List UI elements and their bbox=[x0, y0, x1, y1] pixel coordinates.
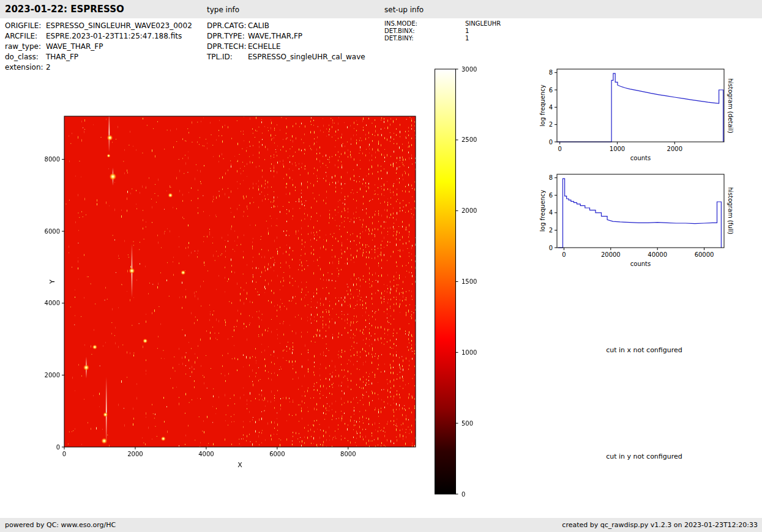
raw-frame-ylabel: Y bbox=[48, 116, 56, 447]
det-biny-value: 1 bbox=[465, 35, 469, 42]
dpr-tech-row: DPR.TECH: ECHELLE bbox=[207, 43, 365, 51]
svg-text:1500: 1500 bbox=[461, 278, 477, 285]
svg-text:0: 0 bbox=[558, 146, 562, 152]
doclass-row: do_class: THAR_FP bbox=[5, 53, 192, 61]
svg-text:2500: 2500 bbox=[461, 136, 477, 143]
svg-text:4: 4 bbox=[549, 209, 553, 216]
page-title: 2023-01-22: ESPRESSO bbox=[5, 4, 124, 15]
dpr-type-row: DPR.TYPE: WAVE,THAR,FP bbox=[207, 32, 365, 40]
colorbar-scale: 050010001500200025003000 bbox=[435, 66, 493, 500]
file-info-block: ORIGFILE: ESPRESSO_SINGLEUHR_WAVE023_000… bbox=[5, 22, 192, 74]
svg-text:2: 2 bbox=[549, 227, 553, 234]
histogram-full-xlabel: counts bbox=[557, 260, 724, 267]
histogram-full-figure: 020000400006000002468 log frequency hist… bbox=[539, 169, 750, 276]
svg-text:0: 0 bbox=[562, 251, 566, 258]
extension-value: 2 bbox=[46, 64, 51, 72]
histogram-detail-xlabel: counts bbox=[557, 155, 724, 161]
cut-in-y-note: cut in y not configured bbox=[539, 453, 750, 460]
dpr-catg-row: DPR.CATG: CALIB bbox=[207, 22, 365, 30]
svg-text:0: 0 bbox=[56, 444, 60, 451]
extension-label: extension: bbox=[5, 64, 46, 72]
det-biny-label: DET.BINY: bbox=[384, 35, 465, 42]
dpr-catg-label: DPR.CATG: bbox=[207, 22, 248, 30]
type-info-block: DPR.CATG: CALIB DPR.TYPE: WAVE,THAR,FP D… bbox=[207, 22, 365, 64]
histogram-detail-ylabel: log frequency bbox=[539, 69, 547, 142]
svg-text:4: 4 bbox=[549, 104, 553, 111]
raw-frame-figure: 0200040006000800002000400060008000 Y X bbox=[24, 110, 453, 489]
det-binx-label: DET.BINX: bbox=[384, 28, 465, 34]
ins-mode-value: SINGLEUHR bbox=[465, 20, 501, 27]
arcfile-value: ESPRE.2023-01-23T11:25:47.188.fits bbox=[46, 32, 182, 40]
dpr-tech-value: ECHELLE bbox=[248, 43, 281, 51]
origfile-label: ORIGFILE: bbox=[5, 22, 46, 30]
dpr-type-value: WAVE,THAR,FP bbox=[248, 32, 302, 40]
tpl-id-value: ESPRESSO_singleUHR_cal_wave bbox=[248, 53, 365, 61]
doclass-label: do_class: bbox=[5, 53, 46, 61]
svg-text:4000: 4000 bbox=[198, 451, 214, 457]
cut-in-x-note: cut in x not configured bbox=[539, 346, 750, 354]
histogram-detail-figure: 01000200002468 log frequency histogram (… bbox=[539, 64, 750, 171]
svg-text:0: 0 bbox=[62, 451, 66, 457]
svg-text:8: 8 bbox=[549, 174, 553, 181]
svg-text:0: 0 bbox=[461, 491, 465, 498]
svg-text:0: 0 bbox=[549, 139, 553, 146]
det-binx-value: 1 bbox=[465, 28, 469, 34]
raw-frame-image bbox=[64, 116, 416, 447]
type-info-heading: type info bbox=[207, 6, 239, 14]
histogram-full-title: histogram (full) bbox=[727, 174, 734, 248]
svg-text:0: 0 bbox=[549, 245, 553, 251]
svg-text:500: 500 bbox=[461, 420, 473, 427]
svg-text:1000: 1000 bbox=[461, 349, 477, 356]
dpr-tech-label: DPR.TECH: bbox=[207, 43, 248, 51]
setup-info-heading: set-up info bbox=[384, 6, 424, 14]
footer-powered-by: powered by QC: www.eso.org/HC bbox=[5, 521, 116, 529]
header-bar: 2023-01-22: ESPRESSO type info set-up in… bbox=[0, 0, 762, 18]
svg-text:8: 8 bbox=[549, 69, 553, 76]
raw-frame-xlabel: X bbox=[64, 461, 416, 469]
rawtype-label: raw_type: bbox=[5, 43, 46, 51]
svg-text:60000: 60000 bbox=[695, 251, 714, 258]
svg-text:8000: 8000 bbox=[340, 451, 356, 457]
arcfile-row: ARCFILE: ESPRE.2023-01-23T11:25:47.188.f… bbox=[5, 32, 192, 40]
footer-created-by: created by qc_rawdisp.py v1.2.3 on 2023-… bbox=[562, 521, 758, 529]
arcfile-label: ARCFILE: bbox=[5, 32, 46, 40]
histogram-detail-title: histogram (detail) bbox=[727, 69, 734, 142]
tpl-id-label: TPL.ID: bbox=[207, 53, 248, 61]
svg-text:6: 6 bbox=[549, 87, 553, 94]
extension-row: extension: 2 bbox=[5, 64, 192, 72]
det-biny-row: DET.BINY: 1 bbox=[384, 35, 501, 42]
svg-text:3000: 3000 bbox=[461, 66, 477, 73]
doclass-value: THAR_FP bbox=[46, 53, 78, 61]
svg-text:2000: 2000 bbox=[667, 146, 682, 152]
det-binx-row: DET.BINX: 1 bbox=[384, 28, 501, 34]
rawtype-row: raw_type: WAVE_THAR_FP bbox=[5, 43, 192, 51]
svg-text:40000: 40000 bbox=[648, 251, 667, 258]
svg-text:6: 6 bbox=[549, 192, 553, 199]
svg-text:20000: 20000 bbox=[601, 251, 621, 258]
setup-info-block: INS.MODE: SINGLEUHR DET.BINX: 1 DET.BINY… bbox=[384, 20, 501, 42]
svg-text:2000: 2000 bbox=[127, 451, 143, 457]
origfile-row: ORIGFILE: ESPRESSO_SINGLEUHR_WAVE023_000… bbox=[5, 22, 192, 30]
ins-mode-label: INS.MODE: bbox=[384, 20, 465, 27]
origfile-value: ESPRESSO_SINGLEUHR_WAVE023_0002 bbox=[46, 22, 192, 30]
ins-mode-row: INS.MODE: SINGLEUHR bbox=[384, 20, 501, 27]
histogram-full-ylabel: log frequency bbox=[539, 174, 547, 248]
rawtype-value: WAVE_THAR_FP bbox=[46, 43, 103, 51]
svg-text:2: 2 bbox=[549, 121, 553, 128]
dpr-catg-value: CALIB bbox=[248, 22, 269, 30]
svg-text:2000: 2000 bbox=[461, 207, 477, 214]
dpr-type-label: DPR.TYPE: bbox=[207, 32, 248, 40]
tpl-id-row: TPL.ID: ESPRESSO_singleUHR_cal_wave bbox=[207, 53, 365, 61]
colorbar: 050010001500200025003000 bbox=[435, 66, 493, 500]
svg-text:6000: 6000 bbox=[269, 451, 285, 457]
svg-text:1000: 1000 bbox=[610, 146, 625, 152]
